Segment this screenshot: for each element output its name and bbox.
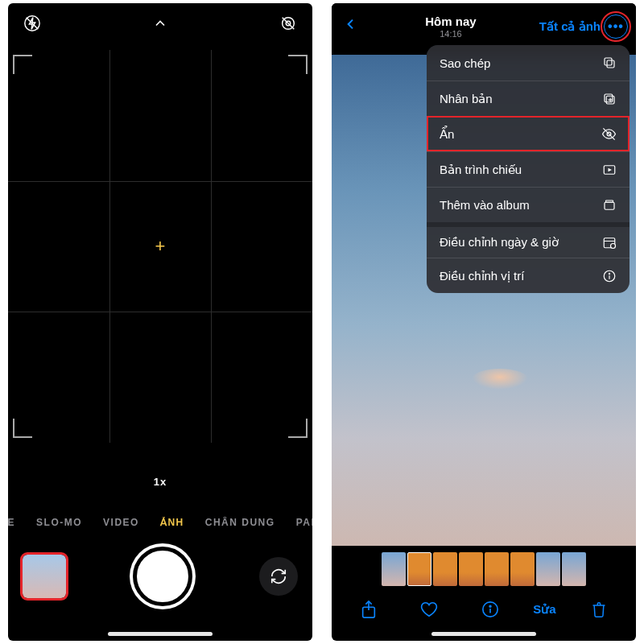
list-item[interactable] bbox=[562, 552, 586, 586]
mode-video[interactable]: VIDEO bbox=[103, 517, 139, 528]
list-item[interactable] bbox=[382, 552, 406, 586]
camera-topbar bbox=[8, 3, 312, 43]
calendar-icon bbox=[602, 235, 617, 250]
edit-button[interactable]: Sửa bbox=[533, 602, 555, 617]
svg-rect-6 bbox=[605, 58, 612, 65]
cloud-shape bbox=[472, 369, 528, 390]
zoom-level[interactable]: 1x bbox=[154, 476, 167, 488]
svg-rect-5 bbox=[607, 60, 614, 68]
more-button[interactable]: ••• bbox=[604, 14, 628, 39]
info-icon bbox=[481, 601, 499, 618]
chevron-up-icon[interactable] bbox=[147, 10, 173, 36]
menu-label: Điều chỉnh vị trí bbox=[440, 269, 524, 283]
list-item[interactable] bbox=[433, 552, 457, 586]
trash-icon bbox=[591, 601, 607, 618]
eye-off-icon bbox=[601, 126, 617, 142]
svg-rect-10 bbox=[605, 94, 613, 102]
menu-label: Sao chép bbox=[440, 56, 490, 70]
duplicate-icon bbox=[602, 92, 617, 106]
svg-rect-16 bbox=[606, 200, 613, 202]
info-icon bbox=[602, 269, 617, 283]
menu-label: Ẩn bbox=[440, 127, 454, 142]
live-off-icon[interactable] bbox=[275, 10, 301, 36]
share-icon bbox=[360, 600, 378, 619]
camera-bottombar bbox=[8, 536, 312, 617]
home-indicator[interactable] bbox=[108, 632, 213, 636]
svg-point-26 bbox=[489, 605, 491, 607]
mode-photo[interactable]: ẢNH bbox=[160, 517, 184, 528]
photos-header: Hôm nay 14:16 Tất cả ảnh ••• bbox=[332, 3, 636, 50]
action-menu: Sao chép Nhân bản Ẩn Bản trình chiếu Thê… bbox=[427, 45, 630, 293]
menu-label: Nhân bản bbox=[440, 92, 493, 106]
camera-modes[interactable]: PSE SLO-MO VIDEO ẢNH CHÂN DUNG PANO bbox=[8, 517, 312, 528]
menu-slideshow[interactable]: Bản trình chiếu bbox=[427, 151, 630, 187]
menu-adjust-date[interactable]: Điều chỉnh ngày & giờ bbox=[427, 222, 630, 258]
shutter-button[interactable] bbox=[133, 547, 192, 606]
list-item[interactable] bbox=[510, 552, 535, 586]
focus-plus-icon: + bbox=[155, 236, 166, 257]
menu-label: Bản trình chiếu bbox=[440, 163, 522, 177]
svg-marker-14 bbox=[609, 167, 613, 171]
viewfinder[interactable]: + bbox=[8, 50, 312, 443]
album-icon bbox=[602, 198, 617, 213]
menu-label: Thêm vào album bbox=[440, 198, 530, 212]
svg-rect-15 bbox=[605, 202, 614, 209]
svg-point-19 bbox=[611, 244, 616, 249]
mode-pano[interactable]: PANO bbox=[296, 517, 312, 528]
mode-slomo[interactable]: SLO-MO bbox=[36, 517, 82, 528]
mode-portrait[interactable]: CHÂN DUNG bbox=[205, 517, 275, 528]
share-button[interactable] bbox=[351, 600, 386, 619]
play-rect-icon bbox=[602, 163, 617, 177]
favorite-button[interactable] bbox=[411, 601, 447, 618]
menu-adjust-location[interactable]: Điều chỉnh vị trí bbox=[427, 258, 630, 293]
home-indicator[interactable] bbox=[431, 632, 536, 636]
page-subtime: 14:16 bbox=[362, 29, 539, 39]
list-item[interactable] bbox=[485, 552, 509, 586]
list-item[interactable] bbox=[536, 552, 560, 586]
copy-icon bbox=[602, 56, 617, 70]
photos-detail-screen: Hôm nay 14:16 Tất cả ảnh ••• Sao chép Nh… bbox=[332, 3, 636, 641]
menu-copy[interactable]: Sao chép bbox=[427, 45, 630, 80]
delete-button[interactable] bbox=[581, 601, 617, 618]
menu-duplicate[interactable]: Nhân bản bbox=[427, 80, 630, 116]
mode-timelapse[interactable]: PSE bbox=[8, 517, 15, 528]
last-photo-thumbnail[interactable] bbox=[23, 555, 66, 598]
flash-off-icon[interactable] bbox=[19, 10, 45, 36]
back-button[interactable] bbox=[340, 15, 362, 38]
menu-hide[interactable]: Ẩn bbox=[427, 116, 630, 151]
flip-camera-button[interactable] bbox=[259, 557, 298, 596]
list-item[interactable] bbox=[459, 552, 483, 586]
page-title: Hôm nay bbox=[362, 14, 539, 28]
list-item[interactable] bbox=[407, 552, 431, 586]
heart-icon bbox=[419, 601, 439, 618]
all-photos-link[interactable]: Tất cả ảnh bbox=[539, 19, 601, 34]
menu-label: Điều chỉnh ngày & giờ bbox=[440, 235, 559, 250]
svg-point-22 bbox=[609, 273, 609, 274]
photos-toolbar: Sửa bbox=[332, 591, 636, 628]
info-button[interactable] bbox=[473, 601, 508, 618]
thumbnail-strip[interactable] bbox=[332, 549, 636, 589]
menu-add-album[interactable]: Thêm vào album bbox=[427, 187, 630, 222]
camera-screen: + 1x PSE SLO-MO VIDEO ẢNH CHÂN DUNG PANO bbox=[8, 3, 312, 641]
